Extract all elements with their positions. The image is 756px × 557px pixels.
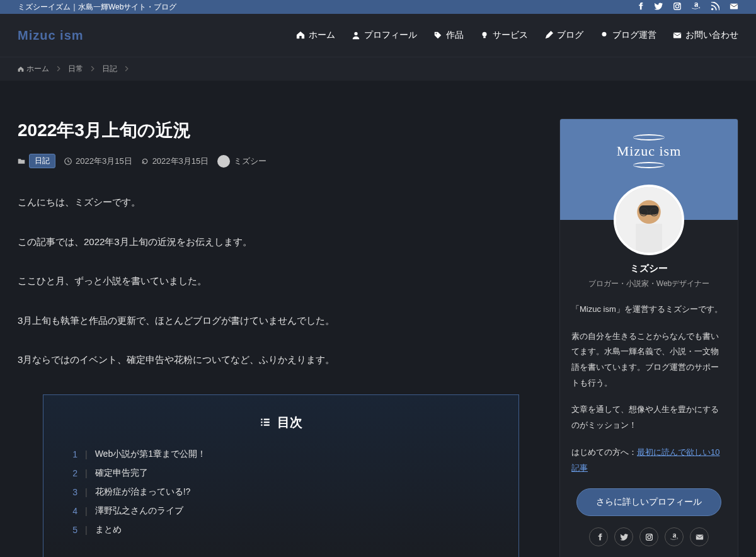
main-content: 2022年3月上旬の近況 日記 2022年3月15日 2022年3月15日 ミズ… bbox=[18, 118, 544, 557]
article-body: こんにちは、ミズシーです。 この記事では、2022年3月上旬の近況をお伝えします… bbox=[18, 193, 544, 369]
profile-body: ミズシー ブロガー・小説家・Webデザイナー 「Mizuc ism」を運営するミ… bbox=[560, 220, 738, 557]
toc-item[interactable]: 4|澤野弘之さんのライブ bbox=[69, 502, 493, 520]
nav-blog[interactable]: ブログ bbox=[544, 30, 583, 41]
toc-item[interactable]: 1|Web小説が第1章まで公開！ bbox=[69, 445, 493, 464]
profile-logo-text: Mizuc ism bbox=[617, 143, 682, 159]
nav-service[interactable]: サービス bbox=[480, 30, 528, 41]
nav-works[interactable]: 作品 bbox=[433, 30, 464, 41]
instagram-icon[interactable] bbox=[639, 527, 658, 546]
breadcrumb-home[interactable]: ホーム bbox=[18, 64, 49, 74]
profile-detail-button[interactable]: さらに詳しいプロフィール bbox=[576, 488, 721, 516]
svg-rect-14 bbox=[636, 224, 662, 253]
amazon-icon[interactable] bbox=[692, 2, 701, 13]
mail-icon[interactable] bbox=[690, 527, 709, 546]
paragraph: この記事では、2022年3月上旬の近況をお伝えします。 bbox=[18, 233, 544, 251]
nav-bar: Mizuc ism ホーム プロフィール 作品 サービス ブログ ブログ運営 お… bbox=[0, 14, 756, 57]
instagram-icon[interactable] bbox=[673, 2, 682, 13]
profile-role: ブロガー・小説家・Webデザイナー bbox=[571, 278, 726, 289]
nav-contact[interactable]: お問い合わせ bbox=[673, 30, 738, 41]
top-social-links bbox=[635, 2, 738, 13]
breadcrumb-daily[interactable]: 日常 bbox=[68, 64, 83, 74]
site-logo[interactable]: Mizuc ism bbox=[18, 28, 84, 43]
profile-intro: はじめての方へ：最初に読んで欲しい10記事 bbox=[571, 445, 726, 476]
paragraph: 3月ならではのイベント、確定申告や花粉についてなど、ふりかえります。 bbox=[18, 351, 544, 369]
profile-card: Mizuc ism ミズシー ブロガー・小説家・Webデザイナー 「Mizuc … bbox=[559, 118, 738, 557]
chevron-right-icon bbox=[123, 65, 130, 74]
twitter-icon[interactable] bbox=[614, 527, 633, 546]
meta-updated: 2022年3月15日 bbox=[141, 156, 209, 167]
chevron-right-icon bbox=[55, 65, 62, 74]
sidebar: Mizuc ism ミズシー ブロガー・小説家・Webデザイナー 「Mizuc … bbox=[559, 118, 738, 557]
breadcrumb-diary[interactable]: 日記 bbox=[102, 64, 117, 74]
logo-decoration bbox=[633, 162, 665, 168]
list-icon bbox=[260, 416, 271, 428]
facebook-icon[interactable] bbox=[589, 527, 608, 546]
toc-title: 目次 bbox=[69, 414, 493, 431]
profile-name: ミズシー bbox=[571, 263, 726, 275]
folder-icon bbox=[18, 158, 25, 165]
mail-icon[interactable] bbox=[730, 2, 738, 13]
nav-blog-ops[interactable]: ブログ運営 bbox=[600, 30, 656, 41]
meta-author[interactable]: ミズシー bbox=[217, 155, 266, 168]
article-meta: 日記 2022年3月15日 2022年3月15日 ミズシー bbox=[18, 154, 544, 168]
category-badge[interactable]: 日記 bbox=[29, 154, 55, 168]
toc-item[interactable]: 5|まとめ bbox=[69, 520, 493, 539]
profile-desc: 素の自分を生きることからなんでも書いてます。水島一輝名義で、小説・一文物語を書い… bbox=[571, 329, 726, 391]
nav-profile[interactable]: プロフィール bbox=[352, 30, 417, 41]
profile-avatar bbox=[614, 185, 684, 255]
clock-icon bbox=[64, 158, 72, 165]
paragraph: ここひと月、ずっと小説を書いていました。 bbox=[18, 272, 544, 290]
meta-published: 2022年3月15日 bbox=[64, 156, 132, 167]
breadcrumb: ホーム 日常 日記 bbox=[0, 57, 756, 81]
pen-icon bbox=[544, 31, 553, 40]
rss-icon[interactable] bbox=[711, 2, 719, 13]
profile-desc: 「Mizuc ism」を運営するミズシーです。 bbox=[571, 302, 726, 318]
toc-list: 1|Web小説が第1章まで公開！ 2|確定申告完了 3|花粉症が治まっている!?… bbox=[69, 445, 493, 539]
nav-home[interactable]: ホーム bbox=[296, 30, 335, 41]
pin-icon bbox=[600, 31, 609, 40]
author-avatar bbox=[217, 155, 230, 168]
tag-icon bbox=[433, 31, 442, 40]
profile-desc: 文章を通して、想像や人生を豊かにするのがミッション！ bbox=[571, 402, 726, 433]
bulb-icon bbox=[480, 31, 489, 40]
table-of-contents: 目次 1|Web小説が第1章まで公開！ 2|確定申告完了 3|花粉症が治まってい… bbox=[43, 394, 519, 558]
home-icon bbox=[296, 31, 305, 40]
home-icon bbox=[18, 66, 24, 72]
nav-menu: ホーム プロフィール 作品 サービス ブログ ブログ運営 お問い合わせ bbox=[296, 30, 738, 41]
profile-socials bbox=[571, 527, 726, 546]
user-icon bbox=[352, 31, 360, 40]
toc-item[interactable]: 3|花粉症が治まっている!? bbox=[69, 483, 493, 502]
chevron-right-icon bbox=[89, 65, 96, 74]
meta-category: 日記 bbox=[18, 154, 55, 168]
svg-rect-13 bbox=[639, 205, 658, 215]
top-bar: ミズシーイズム｜水島一輝Webサイト・ブログ bbox=[0, 0, 756, 14]
refresh-icon bbox=[141, 158, 149, 165]
profile-header: Mizuc ism bbox=[560, 119, 738, 220]
paragraph: 3月上旬も執筆と作品の更新で、ほとんどブログが書けていませんでした。 bbox=[18, 312, 544, 330]
article-title: 2022年3月上旬の近況 bbox=[18, 118, 544, 142]
facebook-icon[interactable] bbox=[635, 2, 644, 13]
site-tagline: ミズシーイズム｜水島一輝Webサイト・ブログ bbox=[18, 2, 176, 13]
paragraph: こんにちは、ミズシーです。 bbox=[18, 193, 544, 212]
twitter-icon[interactable] bbox=[654, 2, 663, 13]
amazon-icon[interactable] bbox=[665, 527, 684, 546]
logo-decoration bbox=[633, 134, 665, 141]
toc-item[interactable]: 2|確定申告完了 bbox=[69, 464, 493, 483]
mail-icon bbox=[673, 31, 682, 40]
